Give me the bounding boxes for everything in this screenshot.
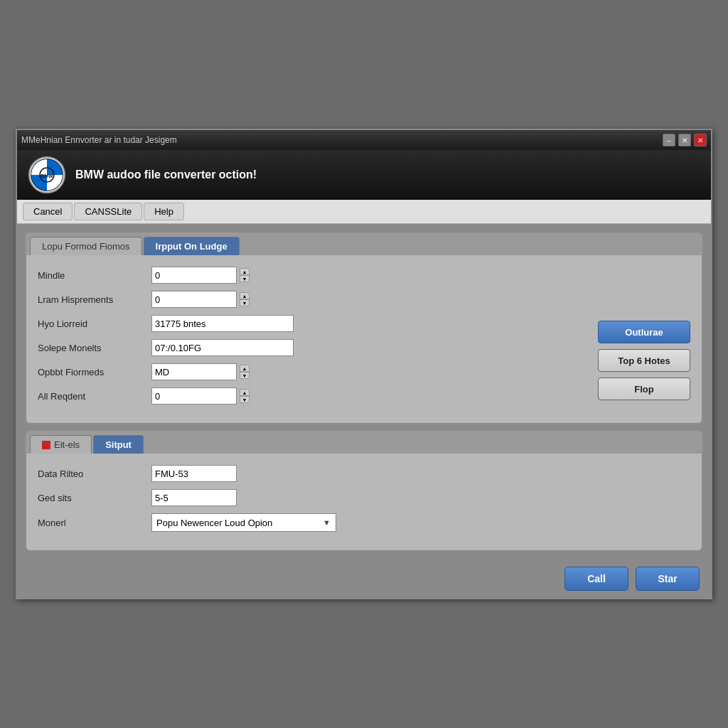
app-header: BMW BMW audoo file converter oction!	[17, 150, 711, 200]
data-rilteo-row: Data Rilteo	[38, 465, 690, 482]
mindle-spinner: ▲ ▼	[151, 267, 250, 284]
all-arrows: ▲ ▼	[240, 389, 250, 403]
mindle-label: Mindle	[38, 270, 151, 281]
outlurae-button[interactable]: Outlurae	[598, 321, 690, 343]
solepe-label: Solepe Monelts	[38, 343, 151, 353]
form-fields: Mindle ▲ ▼ Lram Hisprements	[38, 267, 584, 412]
lram-spinner: ▲ ▼	[151, 291, 250, 308]
top-panel: Lopu Formod Fiomos Irpput On Ludge Mindl…	[26, 232, 702, 424]
footer: Call Star	[17, 560, 711, 598]
svg-text:BMW: BMW	[41, 173, 53, 178]
opbbt-arrows: ▲ ▼	[240, 365, 250, 379]
lram-input[interactable]	[151, 291, 237, 308]
lram-row: Lram Hisprements ▲ ▼	[38, 291, 584, 308]
title-bar: MMeHnian Ennvorter ar in tudar Jesigem –…	[17, 130, 711, 150]
bottom-panel-body: Data Rilteo Ged sits Monerl Popu Newence…	[26, 454, 702, 551]
close-red-button[interactable]: ✕	[694, 134, 707, 146]
title-bar-left: MMeHnian Ennvorter ar in tudar Jesigem	[21, 135, 177, 145]
tab-lopu[interactable]: Lopu Formod Fiomos	[30, 237, 142, 255]
opbbt-row: Opbbt Fiormeds ▲ ▼	[38, 363, 584, 380]
title-bar-controls: – ✕ ✕	[663, 134, 707, 146]
opbbt-up-arrow[interactable]: ▲	[240, 365, 250, 372]
call-button[interactable]: Call	[564, 567, 628, 591]
hyo-input[interactable]	[151, 315, 294, 332]
eitels-label: Eit-els	[54, 439, 80, 450]
window-title: MMeHnian Ennvorter ar in tudar Jesigem	[21, 135, 177, 145]
all-row: All Reqdent ▲ ▼	[38, 387, 584, 405]
bottom-tab-bar: Eit-els Sitput	[26, 431, 702, 454]
opbbt-input[interactable]	[151, 363, 237, 380]
hyo-row: Hyo Liorreid	[38, 315, 584, 332]
opbbt-label: Opbbt Fiormeds	[38, 367, 151, 378]
flop-button[interactable]: Flop	[598, 378, 690, 400]
mindle-row: Mindle ▲ ▼	[38, 267, 584, 284]
all-spinner: ▲ ▼	[151, 387, 250, 405]
main-window: MMeHnian Ennvorter ar in tudar Jesigem –…	[16, 129, 712, 599]
main-content: Lopu Formod Fiomos Irpput On Ludge Mindl…	[17, 224, 711, 560]
all-input[interactable]	[151, 387, 237, 405]
help-button[interactable]: Help	[144, 203, 184, 220]
solepe-row: Solepe Monelts	[38, 339, 584, 356]
data-rilteo-label: Data Rilteo	[38, 469, 151, 479]
lram-up-arrow[interactable]: ▲	[240, 292, 250, 299]
data-rilteo-input[interactable]	[151, 465, 237, 482]
monerl-select[interactable]: Popu Newencer Loud Opion	[151, 513, 336, 532]
minimize-button[interactable]: –	[663, 134, 675, 146]
cansslite-button[interactable]: CANSSLite	[74, 203, 142, 220]
monerl-dropdown-wrapper: Popu Newencer Loud Opion ▼	[151, 513, 336, 532]
app-header-title: BMW audoo file converter oction!	[75, 168, 257, 181]
lram-label: Lram Hisprements	[38, 294, 151, 305]
solepe-input[interactable]	[151, 339, 294, 356]
eitels-tab-content: Eit-els	[42, 439, 80, 450]
ged-sits-label: Ged sits	[38, 493, 151, 503]
top-tab-bar: Lopu Formod Fiomos Irpput On Ludge	[26, 232, 702, 255]
top-panel-body: Mindle ▲ ▼ Lram Hisprements	[26, 255, 702, 424]
mindle-down-arrow[interactable]: ▼	[240, 275, 250, 282]
all-up-arrow[interactable]: ▲	[240, 389, 250, 396]
opbbt-spinner: ▲ ▼	[151, 363, 250, 380]
star-button[interactable]: Star	[636, 567, 700, 591]
all-down-arrow[interactable]: ▼	[240, 396, 250, 403]
side-buttons: Outlurae Top 6 Hotes Flop	[598, 267, 690, 412]
ged-sits-input[interactable]	[151, 489, 237, 506]
all-label: All Reqdent	[38, 391, 151, 402]
lram-arrows: ▲ ▼	[240, 292, 250, 306]
bottom-panel: Eit-els Sitput Data Rilteo Ged sits	[26, 431, 702, 551]
toolbar: Cancel CANSSLite Help	[17, 200, 711, 224]
opbbt-down-arrow[interactable]: ▼	[240, 372, 250, 379]
mindle-up-arrow[interactable]: ▲	[240, 268, 250, 275]
tab-irpput[interactable]: Irpput On Ludge	[144, 237, 240, 255]
mindle-arrows: ▲ ▼	[240, 268, 250, 282]
hyo-label: Hyo Liorreid	[38, 318, 151, 329]
red-square-icon	[42, 441, 50, 449]
monerl-row: Monerl Popu Newencer Loud Opion ▼	[38, 513, 690, 532]
lram-down-arrow[interactable]: ▼	[240, 299, 250, 306]
monerl-label: Monerl	[38, 518, 151, 528]
ged-sits-row: Ged sits	[38, 489, 690, 506]
close-x-button[interactable]: ✕	[678, 134, 691, 146]
tab-eitels[interactable]: Eit-els	[30, 435, 92, 454]
tab-sitput[interactable]: Sitput	[93, 435, 144, 454]
top6hotes-button[interactable]: Top 6 Hotes	[598, 349, 690, 372]
form-area: Mindle ▲ ▼ Lram Hisprements	[38, 267, 690, 412]
bmw-logo: BMW	[28, 156, 65, 193]
mindle-input[interactable]	[151, 267, 237, 284]
cancel-button[interactable]: Cancel	[23, 203, 73, 220]
